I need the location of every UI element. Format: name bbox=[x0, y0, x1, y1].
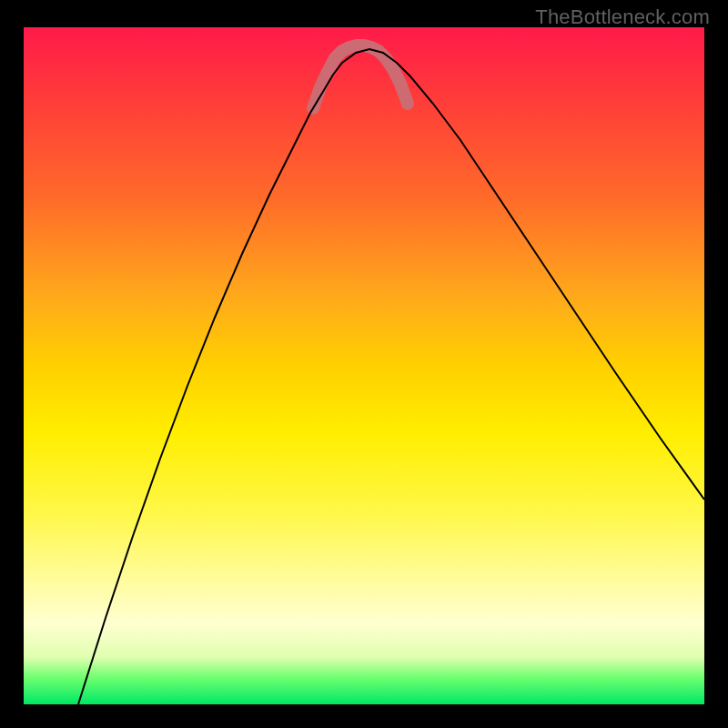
bottleneck-curve bbox=[78, 49, 704, 704]
bottleneck-chart: TheBottleneck.com bbox=[0, 0, 728, 728]
curve-overlay bbox=[24, 27, 704, 704]
flat-min-highlight bbox=[313, 46, 408, 108]
watermark-text: TheBottleneck.com bbox=[535, 5, 710, 29]
